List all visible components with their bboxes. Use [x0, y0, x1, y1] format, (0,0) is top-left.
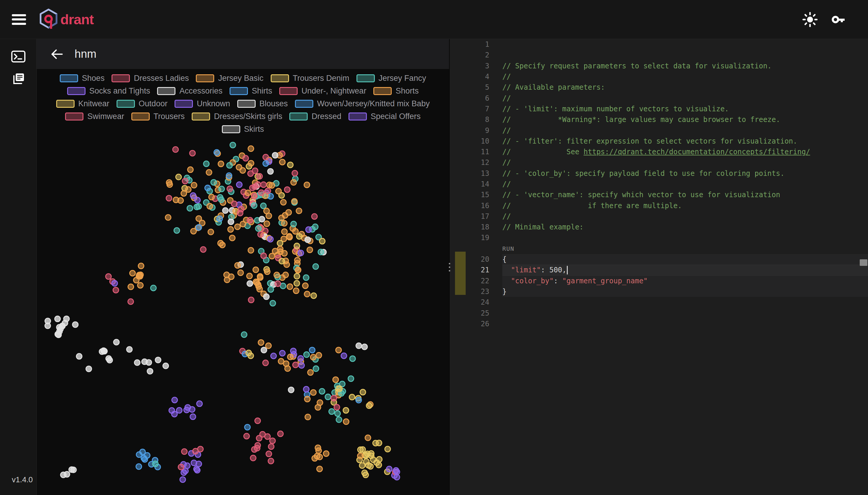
scatter-point-purple — [298, 356, 303, 361]
legend-item-dresses-skirts-girls[interactable]: Dresses/Skirts girls — [192, 112, 282, 121]
editor-line[interactable]: 19 — [450, 233, 868, 243]
editor-scrollbar-thumb[interactable] — [860, 259, 867, 266]
menu-icon[interactable] — [12, 14, 26, 25]
scatter-point-teal — [350, 356, 355, 361]
legend-item-outdoor[interactable]: Outdoor — [117, 99, 168, 108]
editor-line[interactable]: 4// — [450, 71, 868, 82]
editor-line[interactable]: 17// — [450, 211, 868, 222]
editor-line[interactable]: 3// Specify request parameters to select… — [450, 61, 868, 71]
code-token: // - 'vector_name': specify which vector… — [502, 191, 780, 199]
scatter-point-orange — [166, 180, 172, 185]
legend-item-shorts[interactable]: Shorts — [373, 86, 419, 96]
legend-item-special-offers[interactable]: Special Offers — [349, 112, 421, 121]
scatter-point-orange — [317, 454, 322, 460]
legend-item-woven-jersey-knitted-mix-baby[interactable]: Woven/Jersey/Knitted mix Baby — [295, 99, 430, 108]
editor-line[interactable]: 10// - 'filter': filter expression to se… — [450, 136, 868, 147]
legend-item-unknown[interactable]: Unknown — [175, 99, 230, 108]
legend-item-blouses[interactable]: Blouses — [237, 99, 288, 108]
scatter-point-orange — [296, 208, 302, 214]
editor-line[interactable]: 14// — [450, 179, 868, 189]
line-number: 6 — [450, 94, 502, 102]
legend-item-dressed[interactable]: Dressed — [289, 112, 341, 121]
code-token: , — [562, 266, 566, 274]
scatter-point-gray — [356, 343, 361, 348]
line-content: // - 'vector_name': specify which vector… — [502, 189, 868, 200]
editor-line[interactable]: 8// *Warning*: large values may cause br… — [450, 114, 868, 125]
code-editor[interactable]: 123// Specify request parameters to sele… — [450, 39, 868, 495]
qdrant-logo[interactable]: drant — [39, 8, 94, 31]
scatter-point-gray — [134, 360, 140, 365]
scatter-point-teal — [291, 221, 297, 227]
filtering-docs-link[interactable]: https://qdrant.tech/documentation/concep… — [584, 148, 810, 156]
legend-item-jersey-basic[interactable]: Jersey Basic — [196, 74, 263, 83]
back-arrow-icon[interactable] — [49, 46, 65, 63]
editor-line[interactable]: 1 — [450, 39, 868, 50]
legend-swatch — [237, 100, 255, 108]
scatter-point-orange — [294, 288, 299, 294]
editor-line[interactable]: 23} — [450, 286, 868, 297]
panel-resize-handle[interactable] — [448, 263, 451, 272]
scatter-point-orange — [208, 229, 214, 235]
api-key-icon[interactable] — [830, 10, 849, 29]
editor-line[interactable]: 6// — [450, 93, 868, 103]
editor-line[interactable]: 22 "color_by": "garment_group_name" — [450, 276, 868, 286]
editor-line[interactable]: 20{ — [450, 254, 868, 265]
legend-item-shoes[interactable]: Shoes — [60, 74, 105, 83]
code-token: // Available parameters: — [502, 83, 605, 91]
scatter-point-yellow — [373, 440, 378, 446]
editor-line[interactable]: 16// if there are multiple. — [450, 200, 868, 211]
scatter-point-blue — [245, 424, 250, 430]
scatter-point-orange — [291, 180, 297, 185]
editor-line[interactable]: 11// See https://qdrant.tech/documentati… — [450, 147, 868, 157]
scatter-point-purple — [271, 353, 276, 359]
legend-label: Under-, Nightwear — [301, 86, 366, 96]
editor-line[interactable]: 26 — [450, 319, 868, 329]
scatter-point-orange — [280, 159, 285, 165]
legend-item-skirts[interactable]: Skirts — [222, 125, 264, 134]
scatter-point-red — [237, 210, 243, 216]
scatter-point-orange — [282, 229, 287, 235]
scatter-point-purple — [181, 470, 187, 476]
legend-item-swimwear[interactable]: Swimwear — [65, 112, 124, 121]
editor-line[interactable]: 13// - 'color_by': specify payload field… — [450, 168, 868, 179]
scatter-point-red — [293, 362, 298, 368]
scatter-point-gray — [247, 281, 253, 286]
scatter-point-yellow — [368, 450, 374, 456]
legend-item-accessories[interactable]: Accessories — [157, 86, 223, 96]
editor-line[interactable]: 15// - 'vector_name': specify which vect… — [450, 189, 868, 200]
scatter-point-red — [106, 274, 111, 279]
scatter-point-orange — [136, 274, 142, 279]
legend-item-under-nightwear[interactable]: Under-, Nightwear — [279, 86, 366, 96]
legend-item-knitwear[interactable]: Knitwear — [56, 99, 109, 108]
legend-item-dresses-ladies[interactable]: Dresses Ladies — [111, 74, 189, 83]
theme-toggle-sun-icon[interactable] — [800, 10, 819, 29]
sidebar-item-console[interactable] — [0, 46, 37, 68]
scatter-point-orange — [209, 194, 214, 200]
code-token: : — [553, 277, 562, 285]
legend-item-shirts[interactable]: Shirts — [230, 86, 272, 96]
editor-line[interactable]: 7// - 'limit': maximum number of vectors… — [450, 104, 868, 114]
visualization-panel: hnm ShoesDresses LadiesJersey BasicTrous… — [37, 39, 449, 495]
editor-line[interactable]: 12// — [450, 157, 868, 168]
editor-line[interactable]: 9// — [450, 125, 868, 136]
sidebar-item-collections[interactable] — [0, 68, 37, 90]
editor-line[interactable]: 21 "limit": 500, — [450, 265, 868, 275]
editor-line[interactable]: 24 — [450, 297, 868, 308]
legend-item-trousers[interactable]: Trousers — [131, 112, 185, 121]
legend-item-socks-and-tights[interactable]: Socks and Tights — [67, 86, 150, 96]
legend-item-trousers-denim[interactable]: Trousers Denim — [271, 74, 349, 83]
scatter-point-purple — [290, 348, 296, 354]
legend-item-jersey-fancy[interactable]: Jersey Fancy — [356, 74, 426, 83]
editor-line[interactable]: 25 — [450, 308, 868, 318]
editor-line[interactable]: 2 — [450, 50, 868, 61]
scatter-point-purple — [172, 411, 177, 417]
scatter-point-teal — [261, 203, 266, 209]
editor-line[interactable]: 5// Available parameters: — [450, 82, 868, 93]
code-token: // Specify request parameters to select … — [502, 62, 772, 70]
run-button[interactable]: RUN — [502, 245, 514, 252]
scatter-point-teal — [313, 224, 318, 230]
scatter-point-purple — [236, 182, 242, 187]
scatter-point-yellow — [385, 446, 390, 452]
line-number: 10 — [450, 137, 502, 146]
editor-line[interactable]: 18// Minimal example: — [450, 222, 868, 233]
